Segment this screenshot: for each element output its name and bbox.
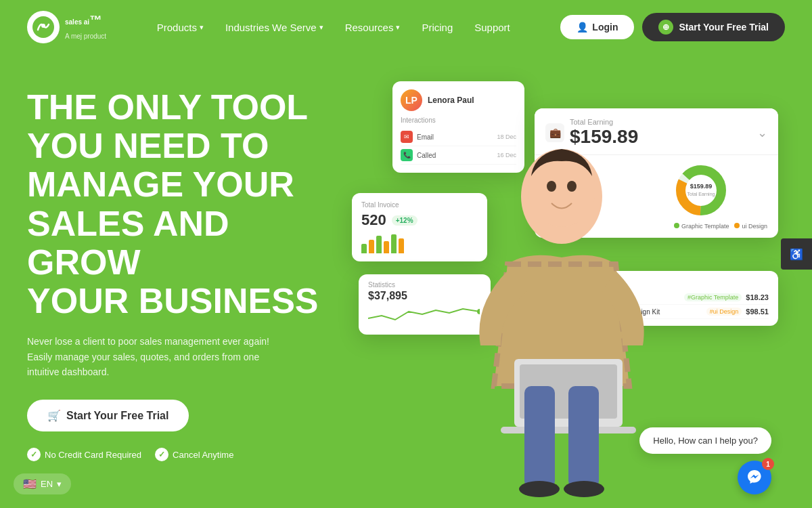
svg-point-14 — [567, 181, 577, 192]
trial-icon: ⊕ — [658, 20, 673, 35]
notification-badge: 1 — [762, 458, 774, 470]
email-icon: ✉ — [401, 131, 413, 143]
login-button[interactable]: 👤 Login — [560, 15, 634, 39]
chevron-down-icon: ▾ — [319, 23, 323, 32]
bar — [376, 236, 382, 253]
svg-rect-15 — [524, 386, 555, 488]
chevron-down-icon: ▾ — [200, 23, 204, 32]
logo-sub: A mej product — [65, 33, 106, 40]
dropdown-icon[interactable]: ⌄ — [757, 125, 767, 140]
bar — [361, 244, 367, 253]
svg-rect-16 — [568, 386, 599, 488]
navbar: sales ai™ A mej product Products ▾ Indus… — [0, 0, 812, 54]
nav-industries[interactable]: Industries We Serve ▾ — [225, 22, 323, 33]
svg-point-18 — [564, 481, 604, 497]
messenger-button[interactable]: 1 — [738, 461, 771, 494]
chevron-down-icon: ▾ — [396, 23, 400, 32]
nav-actions: 👤 Login ⊕ Start Your Free Trial — [560, 13, 785, 41]
chat-message: Hello, How can I help you? — [653, 436, 758, 446]
hero-illustrations: LP Lenora Paul Interactions ✉ Email 18 D… — [352, 75, 785, 508]
svg-point-17 — [519, 481, 560, 497]
bar — [391, 234, 397, 253]
bar — [369, 240, 374, 253]
logo-icon — [27, 11, 60, 43]
trust-cancel-anytime: ✓ Cancel Anytime — [155, 448, 233, 461]
hero-description: Never lose a client to poor sales manage… — [27, 334, 284, 379]
chevron-down-icon: ▾ — [57, 479, 62, 489]
svg-point-13 — [547, 181, 556, 192]
nav-resources[interactable]: Resources ▾ — [345, 22, 401, 33]
chat-bubble: Hello, How can I help you? — [639, 427, 771, 454]
svg-point-1 — [41, 24, 45, 28]
flag-icon: 🇺🇸 — [23, 478, 37, 490]
check-icon: ✓ — [27, 448, 41, 461]
language-selector[interactable]: 🇺🇸 EN ▾ — [14, 473, 71, 494]
hero-section: THE ONLY TOOL YOU NEED TO MANAGE YOUR SA… — [0, 54, 812, 508]
user-icon: 👤 — [577, 22, 588, 33]
call-icon: 📞 — [401, 149, 413, 161]
nav-links: Products ▾ Industries We Serve ▾ Resourc… — [157, 22, 510, 33]
nav-pricing[interactable]: Pricing — [422, 22, 453, 33]
hero-title: THE ONLY TOOL YOU NEED TO MANAGE YOUR SA… — [27, 88, 352, 320]
accessibility-button[interactable]: ♿ — [781, 238, 812, 270]
bar — [384, 241, 389, 253]
trust-badges: ✓ No Credit Card Required ✓ Cancel Anyti… — [27, 448, 352, 461]
logo[interactable]: sales ai™ A mej product — [27, 11, 106, 43]
check-icon: ✓ — [155, 448, 168, 461]
hero-content: THE ONLY TOOL YOU NEED TO MANAGE YOUR SA… — [27, 75, 352, 461]
bar — [399, 238, 404, 253]
start-trial-hero-button[interactable]: 🛒 Start Your Free Trial — [27, 400, 189, 431]
logo-text: sales ai™ — [65, 14, 106, 33]
nav-products[interactable]: Products ▾ — [157, 22, 204, 33]
trust-no-credit-card: ✓ No Credit Card Required — [27, 448, 141, 461]
cart-icon: 🛒 — [47, 409, 61, 422]
start-trial-nav-button[interactable]: ⊕ Start Your Free Trial — [642, 13, 785, 41]
avatar: LP — [401, 89, 422, 111]
nav-support[interactable]: Support — [474, 22, 510, 33]
